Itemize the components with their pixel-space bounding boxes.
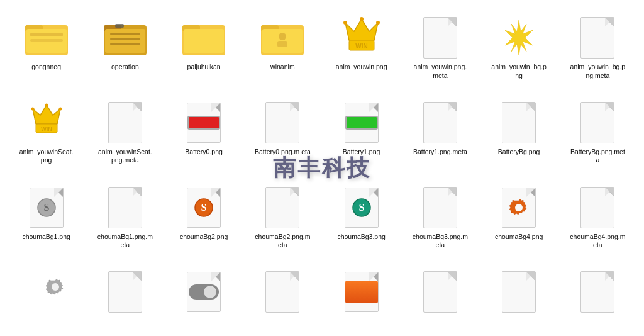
svg-text:S: S bbox=[358, 202, 364, 213]
list-item[interactable]: choumaBg4.png.meta bbox=[562, 180, 634, 259]
svg-point-30 bbox=[45, 103, 48, 106]
svg-marker-26 bbox=[505, 20, 533, 55]
list-item[interactable]: S choumaBg1.png bbox=[10, 180, 82, 259]
toggle-icon bbox=[181, 269, 226, 315]
list-item[interactable]: Battery0.png.m eta bbox=[247, 95, 319, 174]
list-item[interactable] bbox=[247, 264, 319, 326]
file-icon bbox=[575, 269, 620, 315]
file-label: anim_youwin_bg.png.meta bbox=[569, 63, 626, 80]
file-label: BatteryBg.png bbox=[498, 148, 540, 157]
chouma-bg4-icon bbox=[496, 185, 541, 230]
svg-rect-8 bbox=[110, 33, 140, 35]
svg-text:S: S bbox=[201, 202, 207, 213]
svg-rect-11 bbox=[115, 24, 124, 28]
svg-text:S: S bbox=[43, 202, 49, 213]
file-label: winanim bbox=[270, 63, 295, 72]
list-item[interactable]: anim_youwin_bg.png.meta bbox=[562, 10, 634, 89]
svg-rect-14 bbox=[184, 29, 224, 53]
svg-text:WIN: WIN bbox=[355, 43, 367, 50]
file-icon bbox=[260, 185, 305, 230]
folder-icon bbox=[181, 15, 226, 60]
file-label: Battery0.png.m eta bbox=[255, 148, 311, 157]
list-item[interactable]: S choumaBg2.png bbox=[168, 180, 240, 259]
file-icon bbox=[103, 269, 148, 315]
file-icon bbox=[496, 269, 541, 315]
svg-point-31 bbox=[31, 107, 34, 110]
list-item[interactable] bbox=[89, 264, 161, 326]
file-icon bbox=[418, 100, 463, 145]
list-item[interactable] bbox=[325, 264, 397, 326]
list-item[interactable]: BatteryBg.png.meta bbox=[562, 95, 634, 174]
file-icon bbox=[260, 100, 305, 145]
file-label: gongnneg bbox=[31, 63, 61, 72]
list-item[interactable]: choumaBg2.png.meta bbox=[247, 180, 319, 259]
list-item[interactable] bbox=[168, 264, 240, 326]
file-label: anim_youwinSeat.png.meta bbox=[97, 148, 153, 165]
svg-point-24 bbox=[343, 21, 347, 25]
file-label: anim_youwin.png.meta bbox=[412, 63, 469, 80]
svg-marker-27 bbox=[33, 105, 60, 124]
list-item[interactable] bbox=[483, 264, 555, 326]
list-item[interactable]: WIN anim_youwinSeat.png bbox=[10, 95, 82, 174]
file-label: paijuhuikan bbox=[187, 63, 221, 72]
list-item[interactable]: choumaBg4.png bbox=[483, 180, 555, 259]
win-crown-small-icon: WIN bbox=[24, 100, 69, 145]
svg-rect-19 bbox=[277, 41, 287, 47]
svg-rect-7 bbox=[105, 29, 145, 53]
svg-rect-10 bbox=[110, 43, 140, 45]
starburst-icon bbox=[496, 15, 541, 60]
file-icon bbox=[575, 15, 620, 60]
file-label: choumaBg4.png bbox=[495, 233, 543, 242]
list-item[interactable]: WIN anim_youwin.png bbox=[325, 10, 397, 89]
battery-green-icon bbox=[339, 100, 384, 145]
list-item[interactable]: BatteryBg.png bbox=[483, 95, 555, 174]
svg-rect-4 bbox=[30, 39, 63, 42]
svg-marker-20 bbox=[345, 19, 378, 40]
file-icon bbox=[575, 100, 620, 145]
file-icon bbox=[418, 269, 463, 315]
file-label: anim_youwin.png bbox=[336, 63, 387, 72]
list-item[interactable]: gongnneg bbox=[10, 10, 82, 89]
list-item[interactable]: choumaBg3.png.meta bbox=[404, 180, 476, 259]
list-item[interactable]: anim_youwin.png.meta bbox=[404, 10, 476, 89]
file-label: anim_youwinSeat.png bbox=[18, 148, 75, 165]
list-item[interactable]: winanim bbox=[247, 10, 319, 89]
list-item[interactable] bbox=[562, 264, 634, 326]
file-label: choumaBg2.png.meta bbox=[254, 233, 311, 250]
file-label: choumaBg1.png.meta bbox=[97, 233, 153, 250]
file-label: choumaBg2.png bbox=[180, 233, 228, 242]
file-label: operation bbox=[111, 63, 139, 72]
list-item[interactable]: Battery1.png bbox=[325, 95, 397, 174]
battery-red-icon bbox=[181, 100, 226, 145]
list-item[interactable]: Battery0.png bbox=[168, 95, 240, 174]
file-icon bbox=[103, 100, 148, 145]
list-item[interactable]: paijuhuikan bbox=[168, 10, 240, 89]
list-item[interactable]: operation bbox=[89, 10, 161, 89]
list-item[interactable]: S choumaBg3.png bbox=[325, 180, 397, 259]
file-grid: gongnneg operation bbox=[0, 0, 644, 336]
orange-block-icon bbox=[339, 269, 384, 315]
file-icon bbox=[103, 185, 148, 230]
file-label: Battery0.png bbox=[185, 148, 223, 157]
svg-point-39 bbox=[515, 204, 523, 211]
list-item[interactable]: Battery1.png.meta bbox=[404, 95, 476, 174]
file-label: choumaBg3.png.meta bbox=[412, 233, 469, 250]
svg-point-40 bbox=[52, 283, 59, 291]
svg-rect-9 bbox=[110, 38, 140, 40]
folder-anim-icon bbox=[260, 15, 305, 60]
list-item[interactable]: choumaBg1.png.meta bbox=[89, 180, 161, 259]
svg-point-18 bbox=[279, 33, 286, 40]
svg-rect-3 bbox=[30, 33, 63, 36]
list-item[interactable] bbox=[10, 264, 82, 326]
file-label: choumaBg4.png.meta bbox=[569, 233, 626, 250]
gear-bottom-icon bbox=[24, 269, 69, 315]
file-icon bbox=[260, 269, 305, 315]
folder-icon bbox=[24, 15, 69, 60]
svg-point-25 bbox=[376, 21, 380, 25]
win-crown-icon: WIN bbox=[339, 15, 384, 60]
chouma-bg2-icon: S bbox=[181, 185, 226, 230]
file-label: choumaBg1.png bbox=[22, 233, 70, 242]
list-item[interactable]: anim_youwin_bg.png bbox=[483, 10, 555, 89]
list-item[interactable] bbox=[404, 264, 476, 326]
list-item[interactable]: anim_youwinSeat.png.meta bbox=[89, 95, 161, 174]
